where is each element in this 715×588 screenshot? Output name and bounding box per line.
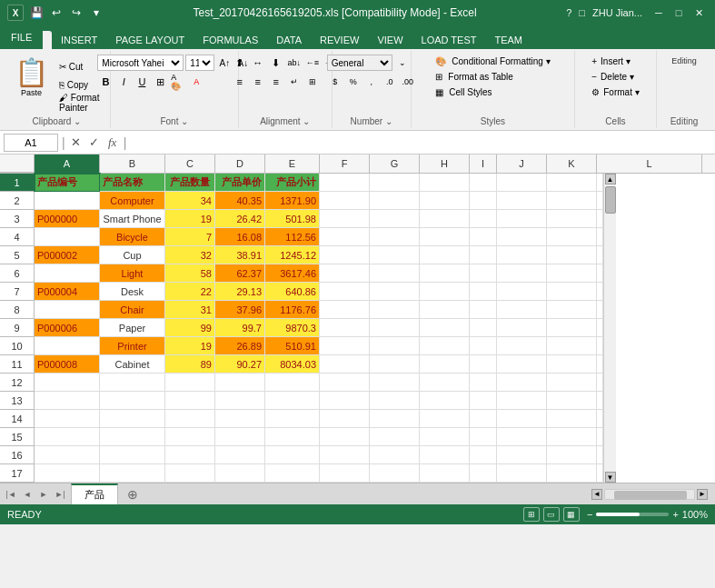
cell-i15[interactable]: [470, 428, 497, 446]
cell-a14[interactable]: [35, 410, 100, 428]
cell-l13[interactable]: [597, 392, 603, 410]
merge-button[interactable]: ⊞: [304, 74, 321, 90]
row-header-8[interactable]: 8: [0, 301, 35, 319]
formula-confirm-icon[interactable]: ✓: [87, 135, 102, 149]
font-color-button[interactable]: A: [188, 74, 204, 90]
cell-b10[interactable]: Printer: [100, 337, 165, 355]
col-header-l[interactable]: L: [597, 154, 702, 173]
cell-g10[interactable]: [370, 337, 420, 355]
cell-e14[interactable]: [265, 410, 320, 428]
col-header-b[interactable]: B: [100, 154, 165, 173]
page-layout-view-icon[interactable]: ▭: [543, 507, 560, 522]
cell-k5[interactable]: [547, 246, 597, 264]
cell-l1[interactable]: [597, 174, 603, 192]
row-header-16[interactable]: 16: [0, 446, 35, 464]
cell-c10[interactable]: 19: [165, 337, 215, 355]
cell-d7[interactable]: 29.13: [215, 283, 265, 301]
sheet-nav-prev[interactable]: ◄: [20, 487, 35, 502]
bold-button[interactable]: B: [97, 74, 114, 90]
row-header-3[interactable]: 3: [0, 210, 35, 228]
cell-a7[interactable]: P000004: [35, 283, 100, 301]
cell-c7[interactable]: 22: [165, 283, 215, 301]
help-icon[interactable]: ?: [566, 7, 571, 18]
cell-e8[interactable]: 1176.76: [265, 301, 320, 319]
col-header-e[interactable]: E: [265, 154, 320, 173]
conditional-formatting-button[interactable]: 🎨 Conditional Formatting ▾: [430, 55, 555, 68]
cell-c2[interactable]: 34: [165, 192, 215, 210]
cell-a1[interactable]: 产品编号: [35, 174, 100, 192]
row-header-15[interactable]: 15: [0, 428, 35, 446]
cell-b13[interactable]: [100, 392, 165, 410]
cell-c1[interactable]: 产品数量: [165, 174, 215, 192]
cell-l17[interactable]: [597, 464, 603, 483]
cell-j4[interactable]: [497, 228, 547, 246]
formula-function-icon[interactable]: fx: [105, 135, 120, 150]
tab-review[interactable]: REVIEW: [311, 31, 368, 49]
cell-a12[interactable]: [35, 374, 100, 392]
row-header-1[interactable]: 1: [0, 174, 35, 192]
cell-reference-input[interactable]: [4, 134, 58, 152]
cell-h3[interactable]: [420, 210, 470, 228]
cell-a13[interactable]: [35, 392, 100, 410]
number-format-select[interactable]: General: [327, 55, 392, 71]
italic-button[interactable]: I: [115, 74, 132, 90]
maximize-button[interactable]: □: [670, 5, 688, 20]
cell-g3[interactable]: [370, 210, 420, 228]
indent-decrease-button[interactable]: ←≡: [304, 55, 321, 71]
cell-g12[interactable]: [370, 374, 420, 392]
cell-f3[interactable]: [320, 210, 370, 228]
insert-button[interactable]: + Insert ▾: [586, 55, 636, 68]
add-sheet-button[interactable]: ⊕: [124, 485, 142, 503]
cell-f4[interactable]: [320, 228, 370, 246]
cell-l16[interactable]: [597, 446, 603, 464]
cell-j15[interactable]: [497, 428, 547, 446]
cell-d5[interactable]: 38.91: [215, 246, 265, 264]
cell-c17[interactable]: [165, 464, 215, 483]
cell-c12[interactable]: [165, 374, 215, 392]
page-break-view-icon[interactable]: ▦: [563, 507, 580, 522]
cell-b16[interactable]: [100, 446, 165, 464]
cell-b6[interactable]: Light: [100, 264, 165, 283]
cell-j16[interactable]: [497, 446, 547, 464]
cell-k4[interactable]: [547, 228, 597, 246]
text-direction-button[interactable]: ab↓: [286, 55, 303, 71]
row-header-11[interactable]: 11: [0, 355, 35, 374]
cell-a8[interactable]: [35, 301, 100, 319]
cell-d1[interactable]: 产品单价: [215, 174, 265, 192]
cell-d17[interactable]: [215, 464, 265, 483]
col-header-d[interactable]: D: [215, 154, 265, 173]
cell-b1[interactable]: 产品名称: [100, 174, 165, 192]
cell-k17[interactable]: [547, 464, 597, 483]
cell-e15[interactable]: [265, 428, 320, 446]
cell-g11[interactable]: [370, 355, 420, 374]
cell-e7[interactable]: 640.86: [265, 283, 320, 301]
cell-d13[interactable]: [215, 392, 265, 410]
cell-f6[interactable]: [320, 264, 370, 283]
cell-j8[interactable]: [497, 301, 547, 319]
cell-h8[interactable]: [420, 301, 470, 319]
cell-a15[interactable]: [35, 428, 100, 446]
cell-e3[interactable]: 501.98: [265, 210, 320, 228]
cell-e4[interactable]: 112.56: [265, 228, 320, 246]
cell-i1[interactable]: [470, 174, 497, 192]
cell-d6[interactable]: 62.37: [215, 264, 265, 283]
row-header-4[interactable]: 4: [0, 228, 35, 246]
cell-e13[interactable]: [265, 392, 320, 410]
cell-g13[interactable]: [370, 392, 420, 410]
format-button[interactable]: ⚙ Format ▾: [586, 85, 644, 99]
cell-c3[interactable]: 19: [165, 210, 215, 228]
cell-h15[interactable]: [420, 428, 470, 446]
cell-h16[interactable]: [420, 446, 470, 464]
cell-a10[interactable]: [35, 337, 100, 355]
underline-button[interactable]: U: [134, 74, 150, 90]
row-header-14[interactable]: 14: [0, 410, 35, 428]
cell-k2[interactable]: [547, 192, 597, 210]
comma-button[interactable]: ,: [363, 74, 380, 90]
cell-l3[interactable]: [597, 210, 603, 228]
cell-j6[interactable]: [497, 264, 547, 283]
scroll-down-button[interactable]: ▼: [605, 472, 616, 483]
cell-k14[interactable]: [547, 410, 597, 428]
paste-button[interactable]: 📋 Paste: [9, 55, 54, 99]
cell-h1[interactable]: [420, 174, 470, 192]
tab-formulas[interactable]: FORMULAS: [194, 31, 267, 49]
